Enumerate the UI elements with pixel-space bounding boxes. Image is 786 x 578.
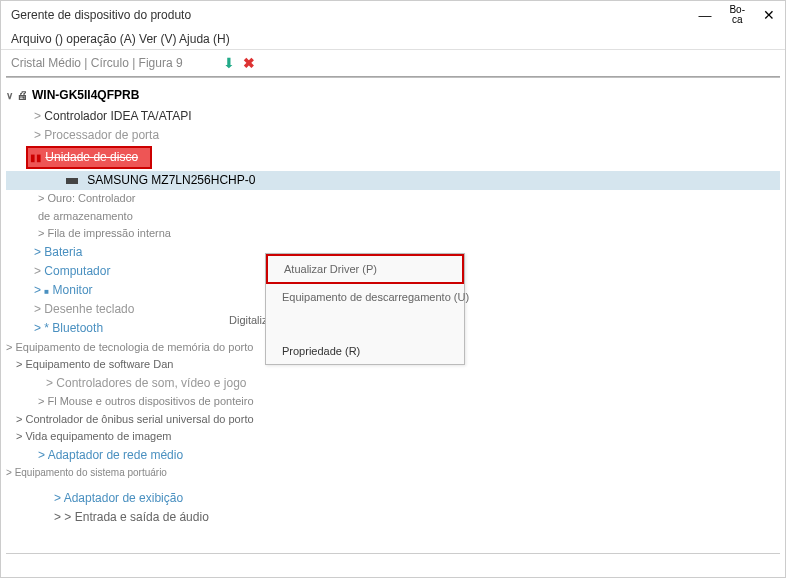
install-icon[interactable]: ⬇︎ [223,55,235,71]
tree-node[interactable]: > Fl Mouse e outros dispositivos de pont… [6,393,780,411]
tree-node[interactable]: > Vida equipamento de imagem [6,428,780,446]
menubar[interactable]: Arquivo () operação (A) Ver (V) Ajuda (H… [1,29,785,49]
tree-node[interactable]: > Ouro: Controlador [6,190,780,208]
pause-icon: ▮▮ [30,152,42,163]
tree-node[interactable]: > Controlador de ônibus serial universal… [6,411,780,429]
window-controls: — Bo-ca ✕ [698,5,775,25]
minimize-button[interactable]: — [698,8,711,23]
network-node[interactable]: > Adaptador de rede médio [6,446,780,465]
ctx-properties[interactable]: Propriedade (R) [266,338,464,364]
toolbar: Cristal Médio | Círculo | Figura 9 ⬇︎ ✖ [1,49,785,76]
maximize-button[interactable]: Bo-ca [729,5,745,25]
status-bar [6,553,780,577]
disk-drives-selected[interactable]: ▮▮ Unidade de disco [26,146,152,169]
tree-node[interactable]: > Controlador IDEA TA/ATAPI [6,107,780,126]
disk-drives-label: Unidade de disco [45,150,138,164]
close-button[interactable]: ✕ [763,7,775,23]
display-adapter-node[interactable]: > Adaptador de exibição [6,489,780,508]
tree-node[interactable]: > Processador de porta [6,126,780,145]
computer-icon: 🖨︎ [17,87,28,105]
device-manager-window: Gerente de dispositivo do produto — Bo-c… [0,0,786,578]
tree-node[interactable]: > Fila de impressão interna [6,225,780,243]
device-name: SAMSUNG MZ7LN256HCHP-0 [87,173,255,187]
chevron-down-icon[interactable]: ∨ [6,88,13,104]
window-title: Gerente de dispositivo do produto [11,8,191,22]
root-label: WIN-GK5II4QFPRB [32,86,139,105]
delete-icon[interactable]: ✖ [243,55,255,71]
tree-node[interactable]: de armazenamento [6,208,780,226]
tree-root[interactable]: ∨ 🖨︎ WIN-GK5II4QFPRB [6,86,780,105]
selected-device-row[interactable]: SAMSUNG MZ7LN256HCHP-0 [6,171,780,190]
toolbar-text: Cristal Médio | Círculo | Figura 9 [11,56,183,70]
tree-node[interactable]: > Equipamento do sistema portuário [6,465,780,481]
audio-node[interactable]: > > Entrada e saída de áudio [6,508,780,527]
context-menu: Atualizar Driver (P) Equipamento de desc… [265,253,465,365]
ctx-spacer [266,310,464,338]
tree-node[interactable]: > Controladores de som, vídeo e jogo [6,374,780,393]
ctx-update-driver[interactable]: Atualizar Driver (P) [266,254,464,284]
titlebar: Gerente de dispositivo do produto — Bo-c… [1,1,785,29]
ctx-uninstall[interactable]: Equipamento de descarregamento (U) [266,284,464,310]
disk-icon [66,178,78,184]
content-area: ∨ 🖨︎ WIN-GK5II4QFPRB > Controlador IDEA … [1,78,785,553]
